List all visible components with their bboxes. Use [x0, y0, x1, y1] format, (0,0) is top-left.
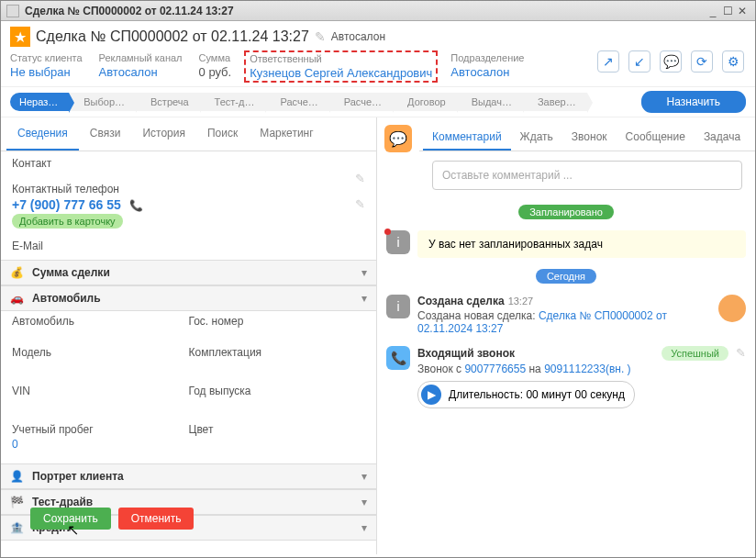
maximize-button[interactable]: ☐ [720, 5, 735, 17]
stage-item[interactable]: Расче… [265, 93, 328, 111]
phone-label: Контактный телефон [12, 183, 365, 195]
add-to-card-button[interactable]: Добавить в карточку [12, 214, 123, 229]
planned-badge: Запланировано [518, 205, 614, 219]
call-in-icon[interactable]: ↙ [628, 50, 650, 73]
stage-item[interactable]: Выдач… [457, 93, 523, 111]
responsible-label: Ответственный [250, 53, 432, 64]
bank-icon: 🏦 [10, 521, 27, 534]
responsible-highlighted: ОтветственныйКузнецов Сергей Александров… [244, 50, 438, 83]
mileage-value[interactable]: 0 [12, 438, 189, 451]
left-panel: Сведения Связи История Поиск Маркетинг К… [1, 117, 377, 554]
refresh-icon[interactable]: ⟳ [691, 50, 713, 73]
feed-created-text: Создана новая сделка: [417, 309, 536, 322]
app-window: Сделка № СП0000002 от 02.11.24 13:27 _ ☐… [0, 0, 756, 558]
edit-phone-icon[interactable]: ✎ [355, 197, 365, 211]
info-icon: i [386, 295, 410, 318]
rtab-message[interactable]: Сообщение [617, 125, 695, 151]
group-auto[interactable]: 🚗Автомобиль▾ [1, 285, 376, 311]
vin-label: VIN [12, 385, 189, 397]
feed-created-time: 13:27 [508, 296, 534, 307]
settings-icon[interactable]: ⚙ [722, 50, 744, 73]
model-label: Модель [12, 346, 189, 359]
rtab-comment[interactable]: Комментарий [423, 125, 511, 151]
tab-marketing[interactable]: Маркетинг [249, 117, 324, 151]
contact-label: Контакт [12, 157, 365, 170]
feed-created-title: Создана сделка [417, 295, 505, 307]
stage-bar: Нераз… Выбор… Встреча Тест-д… Расче… Рас… [1, 87, 755, 117]
alert-dot [384, 229, 391, 235]
status-label: Статус клиента [10, 52, 83, 63]
sum-label: Сумма [199, 52, 232, 63]
stage-item[interactable]: Расче… [329, 93, 393, 111]
stage-item[interactable]: Завер… [523, 93, 587, 111]
group-portrait[interactable]: 👤Портрет клиента▾ [1, 463, 376, 489]
call-from-number[interactable]: 9007776655 [464, 363, 526, 375]
channel-label: Рекламный канал [99, 52, 183, 63]
no-tasks-message: У вас нет запланированных задач [417, 230, 746, 258]
feed-call-title: Входящий звонок [417, 347, 515, 360]
call-out-icon[interactable]: ↗ [597, 50, 619, 73]
rtab-wait[interactable]: Ждать [511, 125, 562, 151]
rtab-task[interactable]: Задача [695, 125, 750, 151]
stage-item[interactable]: Встреча [136, 93, 200, 111]
mileage-label: Учетный пробег [12, 423, 189, 436]
toolbar-icons: ↗ ↙ 💬 ⟳ ⚙ [597, 50, 744, 73]
status-value[interactable]: Не выбран [10, 65, 83, 79]
car-label: Автомобиль [12, 315, 189, 328]
color-label: Цвет [189, 423, 366, 436]
dept-label: Подразделение [450, 52, 524, 63]
rtab-call[interactable]: Звонок [562, 125, 617, 151]
chevron-down-icon: ▾ [361, 266, 367, 279]
group-sum[interactable]: 💰Сумма сделки▾ [1, 260, 376, 285]
mouse-cursor: ↖ [67, 521, 79, 539]
chevron-down-icon: ▾ [361, 292, 367, 305]
stage-item[interactable]: Нераз… [10, 93, 69, 111]
tab-links[interactable]: Связи [79, 117, 132, 151]
assign-button[interactable]: Назначить [641, 91, 746, 113]
footer-buttons: Сохранить Отменить [30, 508, 194, 530]
call-to-number[interactable]: 9091112233(вн. ) [544, 363, 630, 375]
edit-contact-icon[interactable]: ✎ [355, 172, 365, 185]
today-badge: Сегодня [536, 269, 596, 284]
cancel-button[interactable]: Отменить [118, 508, 195, 530]
call-phone-icon[interactable]: 📞 [129, 199, 143, 212]
money-icon: 💰 [10, 266, 27, 279]
tab-info[interactable]: Сведения [6, 117, 79, 151]
call-status-badge: Успешный [662, 346, 728, 361]
window-title: Сделка № СП0000002 от 02.11.24 13:27 [25, 5, 706, 17]
user-avatar[interactable] [718, 295, 746, 322]
comment-input[interactable]: Оставьте комментарий ... [432, 161, 742, 190]
play-button[interactable]: ▶ [421, 385, 441, 405]
right-tabs: Комментарий Ждать Звонок Сообщение Задач… [419, 125, 755, 151]
stage-item[interactable]: Договор [393, 93, 457, 111]
message-icon[interactable]: 💬 [660, 50, 682, 73]
chat-bubble-icon[interactable]: 💬 [384, 125, 412, 152]
edit-feed-icon[interactable]: ✎ [736, 346, 746, 408]
config-label: Комплектация [189, 346, 366, 359]
app-icon [6, 5, 19, 17]
chevron-down-icon: ▾ [361, 496, 367, 508]
person-icon: 👤 [10, 470, 27, 483]
info-icon: i [386, 230, 410, 254]
stage-item[interactable]: Выбор… [69, 93, 136, 111]
stage-item[interactable]: Тест-д… [200, 93, 266, 111]
dept-value[interactable]: Автосалон [450, 65, 524, 79]
reg-label: Гос. номер [189, 315, 366, 328]
left-tabs: Сведения Связи История Поиск Маркетинг [1, 117, 376, 151]
channel-value[interactable]: Автосалон [99, 65, 183, 79]
minimize-button[interactable]: _ [706, 5, 720, 17]
close-button[interactable]: ✕ [735, 5, 750, 17]
phone-value[interactable]: +7 (900) 777 66 55 [12, 197, 121, 212]
call-duration-row: ▶ Длительность: 00 минут 00 секунд [417, 381, 635, 408]
responsible-value[interactable]: Кузнецов Сергей Александрович [250, 66, 432, 80]
deal-category: Автосалон [331, 30, 385, 43]
email-label: E-Mail [12, 240, 365, 252]
chevron-down-icon: ▾ [361, 521, 367, 534]
tab-search[interactable]: Поиск [196, 117, 249, 151]
chevron-down-icon: ▾ [361, 470, 367, 483]
tab-history[interactable]: История [131, 117, 196, 151]
car-icon: 🚗 [10, 292, 27, 305]
phone-in-icon: 📞 [386, 346, 410, 370]
edit-title-icon[interactable]: ✎ [315, 29, 326, 44]
favorite-star-icon[interactable]: ★ [10, 27, 30, 47]
